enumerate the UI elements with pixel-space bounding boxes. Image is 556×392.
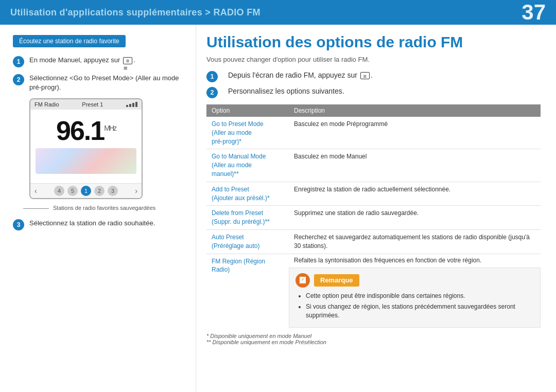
phone-label-right: Preset 1: [82, 101, 103, 108]
table-row: Go to Preset Mode(Aller au modepré-progr…: [206, 117, 541, 149]
table-row: Go to Manual Mode(Aller au modemanuel)**…: [206, 149, 541, 182]
option-name-manual-mode: Go to Manual Mode(Aller au modemanuel)**: [206, 149, 289, 182]
option-desc-auto-preset: Recherchez et sauvegardez automatiquemen…: [289, 229, 541, 254]
phone-annotation: Stations de radio favorites sauvegardées: [23, 204, 183, 212]
step-1-text: En mode Manuel, appuyez sur ≡.: [29, 56, 135, 65]
option-name-preset-mode: Go to Preset Mode(Aller au modepré-progr…: [206, 117, 289, 149]
right-column: Utilisation des options de radio FM Vous…: [196, 25, 556, 392]
right-step-2-circle: 2: [206, 87, 218, 98]
step-3: 3 Sélectionnez la station de radio souha…: [13, 219, 183, 230]
col-header-description: Description: [289, 104, 541, 117]
step-2-text: Sélectionnez <Go to Preset Mode> (Aller …: [29, 74, 183, 92]
phone-nav-numbers: 4 5 1 2 3: [54, 186, 118, 196]
step-3-circle: 3: [13, 219, 24, 230]
frequency-unit: MHz: [104, 124, 116, 132]
remarque-header: ✓ Remarque: [296, 273, 534, 288]
option-desc-delete-preset: Supprimez une station de radio sauvegard…: [289, 206, 541, 230]
footnotes: * Disponible uniquement en mode Manuel *…: [206, 333, 541, 345]
list-item: Si vous changez de région, les stations …: [306, 302, 534, 320]
nav-arrow-right: ›: [135, 187, 137, 195]
footnote-2: ** Disponible uniquement en mode Préséle…: [206, 339, 541, 345]
nav-num-3: 3: [108, 186, 118, 196]
nav-num-1-active: 1: [81, 186, 91, 196]
phone-header: FM Radio Preset 1: [30, 99, 142, 110]
option-desc-add-preset: Enregistrez la station de radio actuelle…: [289, 182, 541, 206]
remarque-title: Remarque: [314, 274, 359, 287]
phone-body: 96.1MHz: [30, 110, 142, 183]
option-desc-manual-mode: Basculez en mode Manuel: [289, 149, 541, 182]
signal-bar-4: [135, 102, 137, 107]
page-main-title: Utilisation des options de radio FM: [206, 33, 541, 51]
nav-num-2: 2: [94, 186, 105, 196]
right-step-2: 2 Personnalisez les options suivantes.: [206, 86, 541, 98]
phone-label-left: FM Radio: [34, 101, 59, 108]
nav-num-4: 4: [54, 186, 64, 196]
right-step-2-text: Personnalisez les options suivantes.: [228, 87, 344, 95]
step-3-text: Sélectionnez la station de radio souhait…: [29, 219, 155, 228]
svg-text:✓: ✓: [301, 278, 304, 281]
header-title-highlight: RADIO FM: [213, 7, 260, 17]
annotation-text: Stations de radio favorites sauvegardées: [53, 204, 155, 212]
col-header-option: Option: [206, 104, 289, 117]
phone-nav: ‹ 4 5 1 2 3 ›: [30, 183, 142, 198]
list-item: Cette option peut être indisponible dans…: [306, 292, 534, 300]
option-desc-fm-region: Refaites la syntonisation des fréquences…: [289, 254, 541, 328]
table-row: Auto Preset(Préréglage auto) Recherchez …: [206, 229, 541, 254]
signal-bar-2: [129, 104, 131, 107]
phone-mockup: FM Radio Preset 1 96.1MHz ‹ 4: [29, 98, 143, 199]
option-desc-preset-mode: Basculez en mode Préprogrammé: [289, 117, 541, 149]
main-content: Écoutez une station de radio favorite 1 …: [0, 25, 556, 392]
section-badge: Écoutez une station de radio favorite: [13, 35, 126, 47]
remarque-list: Cette option peut être indisponible dans…: [296, 292, 534, 319]
signal-bar-3: [132, 103, 134, 107]
right-step-1: 1 Depuis l'écran de radio FM, appuyez su…: [206, 70, 541, 82]
header: Utilisation d'applications supplémentair…: [0, 0, 556, 25]
table-row-fm-region: FM Region (RégionRadio) Refaites la synt…: [206, 254, 541, 328]
nav-num-5: 5: [67, 186, 78, 196]
options-table: Option Description Go to Preset Mode(All…: [206, 104, 541, 328]
step-2: 2 Sélectionnez <Go to Preset Mode> (Alle…: [13, 74, 183, 92]
page-number: 37: [522, 0, 546, 25]
left-column: Écoutez une station de radio favorite 1 …: [0, 25, 196, 392]
menu-icon-1: ≡: [123, 57, 132, 64]
right-steps: 1 Depuis l'écran de radio FM, appuyez su…: [206, 70, 541, 98]
option-name-add-preset: Add to Preset(Ajouter aux présél.)*: [206, 182, 289, 206]
step-2-circle: 2: [13, 74, 24, 85]
annotation-line: [23, 208, 49, 209]
radio-visual: [36, 148, 136, 174]
frequency-display: 96.1MHz: [36, 117, 136, 144]
option-name-delete-preset: Delete from Preset(Suppr. du prérégl.)**: [206, 206, 289, 230]
right-step-1-text: Depuis l'écran de radio FM, appuyez sur …: [228, 71, 373, 79]
right-step-1-circle: 1: [206, 71, 218, 82]
remarque-icon: ✓: [296, 273, 310, 288]
header-title: Utilisation d'applications supplémentair…: [10, 7, 260, 18]
table-row: Add to Preset(Ajouter aux présél.)* Enre…: [206, 182, 541, 206]
option-name-auto-preset: Auto Preset(Préréglage auto): [206, 229, 289, 254]
nav-arrow-left: ‹: [34, 187, 37, 195]
intro-text: Vous pouvez changer d'option pour utilis…: [206, 56, 541, 63]
step-1-circle: 1: [13, 56, 24, 67]
signal-bar-1: [126, 105, 128, 107]
step-1: 1 En mode Manuel, appuyez sur ≡.: [13, 56, 183, 67]
bookmark-icon: ✓: [299, 276, 307, 284]
header-title-prefix: Utilisation d'applications supplémentair…: [10, 7, 213, 17]
footnote-1: * Disponible uniquement en mode Manuel: [206, 333, 541, 339]
remarque-box: ✓ Remarque Cette option peut être indisp…: [289, 268, 541, 327]
frequency-value: 96.1: [56, 116, 104, 146]
table-row: Delete from Preset(Suppr. du prérégl.)**…: [206, 206, 541, 230]
phone-signal: [126, 102, 137, 107]
menu-icon-right: ≡: [360, 72, 370, 79]
option-name-fm-region: FM Region (RégionRadio): [206, 254, 289, 328]
